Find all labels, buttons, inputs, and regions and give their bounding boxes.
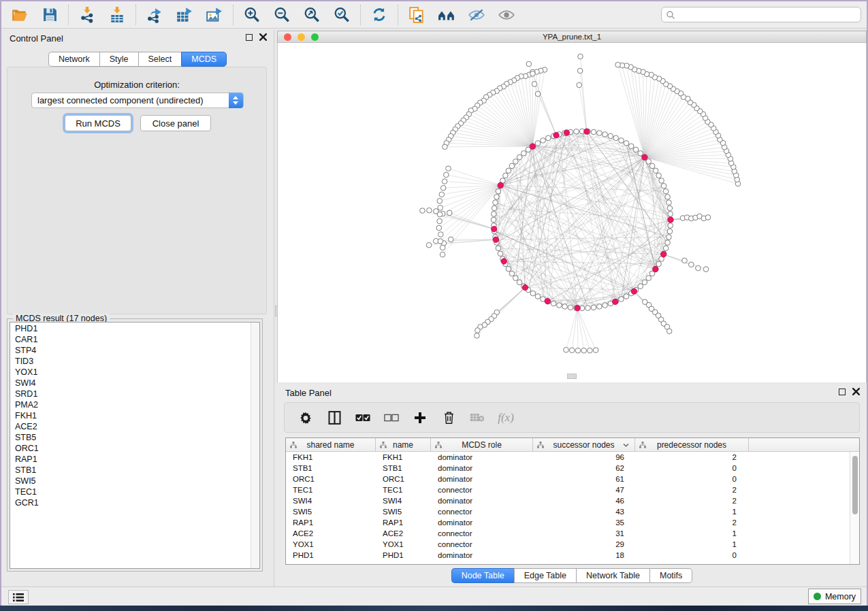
column-header-successor-nodes[interactable]: successor nodes (533, 438, 635, 452)
export-image-icon[interactable] (206, 6, 223, 24)
first-neighbors-icon[interactable] (438, 6, 455, 24)
mcds-panel: Optimization criterion: largest connecte… (7, 67, 267, 314)
cell: SWI5 (376, 508, 431, 516)
mcds-result-item[interactable]: SWI4 (10, 378, 251, 389)
float-table-panel-icon[interactable] (839, 389, 846, 395)
unselect-all-columns-icon[interactable] (384, 410, 399, 426)
split-columns-icon[interactable] (327, 410, 342, 426)
mcds-result-item[interactable]: TID3 (10, 356, 251, 367)
table-row[interactable]: PHD1PHD1dominator180 (286, 550, 850, 561)
mcds-result-item[interactable]: YOX1 (10, 367, 251, 378)
mcds-result-item[interactable]: STP4 (10, 345, 251, 356)
cell: connector (431, 508, 533, 516)
run-mcds-button[interactable]: Run MCDS (65, 115, 131, 131)
table-row[interactable]: TEC1TEC1connector472 (286, 484, 850, 495)
table-scrollbar-thumb[interactable] (852, 456, 858, 514)
mcds-result-item[interactable]: ACE2 (10, 421, 251, 432)
window-minimize-icon[interactable] (298, 33, 305, 41)
table-row[interactable]: STB1STB1dominator620 (286, 463, 850, 474)
tab-motifs[interactable]: Motifs (649, 568, 692, 583)
table-row[interactable]: SWI4SWI4dominator462 (286, 495, 850, 506)
mcds-list-scrollbar[interactable] (251, 323, 259, 568)
table-body: FKH1FKH1dominator962STB1STB1dominator620… (286, 452, 850, 564)
import-network-from-file-icon[interactable] (78, 6, 96, 24)
close-table-panel-icon[interactable] (852, 388, 860, 395)
search-input[interactable] (675, 8, 861, 21)
function-builder-icon[interactable]: f(x) (498, 410, 513, 426)
export-table-icon[interactable] (176, 6, 193, 24)
canvas-splitter-handle[interactable] (567, 374, 577, 379)
show-all-icon[interactable] (498, 6, 515, 24)
tab-network[interactable]: Network (48, 52, 99, 67)
table-scrollbar[interactable] (850, 452, 859, 564)
mcds-result-item[interactable]: STB1 (10, 465, 251, 476)
zoom-out-icon[interactable] (273, 6, 291, 24)
tab-style[interactable]: Style (99, 52, 138, 67)
cell: YOX1 (376, 540, 431, 548)
attribute-icon (537, 442, 544, 448)
mcds-result-item[interactable]: FKH1 (10, 410, 251, 421)
mcds-result-item[interactable]: PHD1 (10, 323, 251, 334)
create-column-icon[interactable] (413, 410, 428, 426)
close-panel-button[interactable]: Close panel (140, 115, 211, 131)
refresh-icon[interactable] (370, 6, 388, 24)
new-network-from-selection-icon[interactable] (408, 6, 425, 24)
select-all-columns-icon[interactable] (355, 410, 370, 426)
network-canvas[interactable] (277, 43, 867, 382)
tab-network-table[interactable]: Network Table (576, 568, 649, 583)
memory-button[interactable]: Memory (808, 589, 861, 604)
mcds-result-item[interactable]: PMA2 (10, 399, 251, 410)
float-panel-icon[interactable] (246, 34, 253, 41)
network-window-titlebar[interactable]: YPA_prune.txt_1 (277, 31, 867, 43)
column-header-predecessor-nodes[interactable]: predecessor nodes (635, 438, 749, 452)
close-panel-icon[interactable] (259, 33, 267, 41)
mcds-result-item[interactable]: ORC1 (10, 443, 251, 454)
table-row[interactable]: YOX1YOX1connector291 (286, 539, 850, 550)
cell: RAP1 (286, 518, 376, 527)
criterion-select[interactable]: largest connected component (undirected) (31, 93, 244, 108)
cell: ORC1 (286, 475, 376, 483)
cell: dominator (431, 518, 533, 527)
window-close-icon[interactable] (284, 33, 291, 41)
window-zoom-icon[interactable] (311, 33, 319, 41)
table-row[interactable]: ORC1ORC1dominator610 (286, 474, 850, 484)
search-box[interactable] (661, 7, 861, 22)
table-row[interactable]: FKH1FKH1dominator962 (286, 452, 850, 463)
column-header-shared-name[interactable]: shared name (286, 438, 376, 452)
mcds-result-list[interactable]: PHD1CAR1STP4TID3YOX1SWI4SRD1PMA2FKH1ACE2… (10, 322, 260, 569)
status-bar: Memory (1, 587, 867, 606)
cell: 2 (635, 497, 749, 505)
table-settings-icon[interactable] (298, 410, 313, 426)
table-row[interactable]: RAP1RAP1dominator352 (286, 517, 850, 528)
delete-column-icon[interactable] (441, 410, 456, 426)
cell: 0 (635, 464, 749, 472)
task-history-button[interactable] (8, 590, 29, 604)
import-table-from-file-icon[interactable] (108, 6, 126, 24)
tab-node-table[interactable]: Node Table (451, 568, 514, 583)
mcds-result-item[interactable]: SWI5 (10, 476, 251, 486)
mcds-result-item[interactable]: GCR1 (10, 497, 251, 508)
zoom-in-icon[interactable] (243, 6, 261, 24)
table-row[interactable]: ACE2ACE2connector311 (286, 528, 850, 539)
desktop: Control Panel NetworkStyleSelectMCDS Opt… (0, 0, 868, 611)
mcds-result-item[interactable]: SRD1 (10, 389, 251, 399)
mcds-result-item[interactable]: RAP1 (10, 454, 251, 465)
tab-edge-table[interactable]: Edge Table (514, 568, 576, 583)
column-header-name[interactable]: name (376, 438, 431, 452)
zoom-fit-content-icon[interactable] (303, 6, 321, 24)
export-network-icon[interactable] (146, 6, 163, 24)
hide-selected-icon[interactable] (468, 6, 485, 24)
mcds-result-item[interactable]: STB5 (10, 432, 251, 443)
cell: 1 (635, 529, 749, 538)
column-header-MCDS-role[interactable]: MCDS role (431, 438, 533, 452)
open-session-icon[interactable] (11, 6, 29, 24)
save-session-icon[interactable] (41, 6, 59, 24)
mcds-result-item[interactable]: CAR1 (10, 334, 251, 345)
zoom-selected-icon[interactable] (333, 6, 351, 24)
delete-table-icon[interactable] (470, 410, 485, 426)
tab-select[interactable]: Select (138, 52, 182, 67)
cell: SWI4 (376, 497, 431, 505)
table-row[interactable]: SWI5SWI5connector431 (286, 506, 850, 517)
mcds-result-item[interactable]: TEC1 (10, 486, 251, 497)
tab-mcds[interactable]: MCDS (181, 52, 227, 67)
